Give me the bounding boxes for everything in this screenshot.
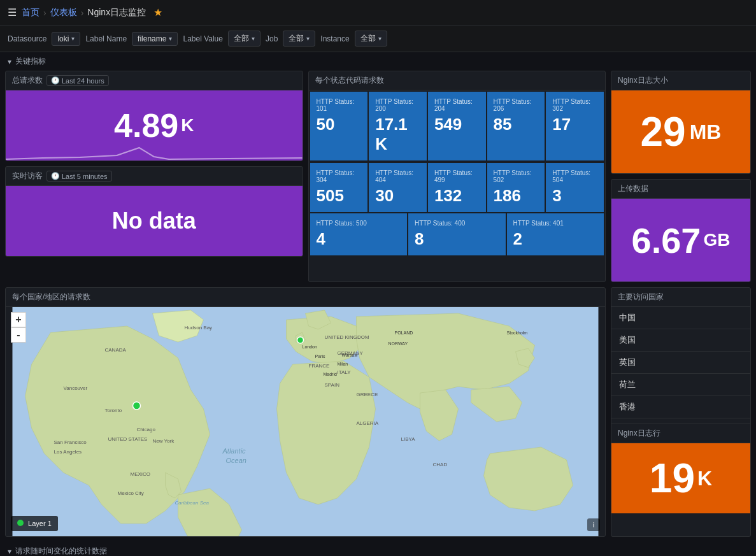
country-item-china[interactable]: 中国 xyxy=(611,307,750,329)
map-container[interactable]: Vancouver Toronto Chicago New York San F… xyxy=(6,307,605,536)
labelvalue-chevron-icon: ▾ xyxy=(252,35,255,42)
breadcrumb-home[interactable]: 首页 xyxy=(22,7,39,18)
map-label-us: UNITED STATES xyxy=(108,436,148,442)
status-codes-grid-row1: HTTP Status: 101 50 HTTP Status: 200 17.… xyxy=(309,90,606,162)
realtime-visitors-time-badge: 🕐 Last 5 minutes xyxy=(46,171,112,182)
map-label-ocean: Ocean xyxy=(226,457,246,464)
breadcrumb-sep-2: › xyxy=(81,8,84,18)
datasource-chevron-icon: ▾ xyxy=(71,35,75,42)
realtime-visitors-panel: 实时访客 🕐 Last 5 minutes No data xyxy=(5,166,303,257)
nginx-log-lines-value: 19 K xyxy=(611,443,750,513)
nginx-log-lines-title: Nginx日志行 xyxy=(611,424,750,443)
labelvalue-label: Label Value xyxy=(183,34,223,43)
map-zoom-controls: + - xyxy=(11,312,26,343)
labelvalue-select[interactable]: 全部 ▾ xyxy=(228,31,260,46)
total-requests-time-badge: 🕐 Last 24 hours xyxy=(46,75,109,86)
nginx-log-size-unit: MB xyxy=(690,120,722,144)
country-item-us[interactable]: 美国 xyxy=(611,329,750,352)
right-col: Nginx日志大小 29 MB 上传数据 6.67 GB xyxy=(611,71,751,282)
map-label-spain: SPAIN xyxy=(325,382,340,388)
key-metrics-section-header[interactable]: ▾ 关键指标 xyxy=(0,52,756,71)
no-data-content: No data xyxy=(6,186,303,256)
zoom-in-button[interactable]: + xyxy=(11,312,26,327)
upload-data-unit: GB xyxy=(704,230,731,250)
map-legend: Layer 1 xyxy=(11,516,58,531)
datasource-select[interactable]: loki ▾ xyxy=(52,32,80,46)
map-label-la: Los Angeles xyxy=(54,449,82,455)
left-col: 总请求数 🕐 Last 24 hours 4.89 K 实时访客 🕐 xyxy=(5,71,303,282)
map-label-vancouver: Vancouver xyxy=(64,385,88,391)
instance-label: Instance xyxy=(320,34,349,43)
map-label-italy: ITALY xyxy=(338,369,352,375)
nginx-log-lines-unit: K xyxy=(697,467,712,490)
status-cell-12[interactable]: HTTP Status: 401 2 xyxy=(507,213,604,255)
breadcrumb-dashboard[interactable]: 仪表板 xyxy=(50,7,77,18)
key-metrics-label: 关键指标 xyxy=(15,56,46,67)
map-label-atlantic: Atlantic xyxy=(222,447,246,455)
countries-title: 主要访问国家 xyxy=(611,288,750,307)
legend-label: Layer 1 xyxy=(28,520,52,527)
status-cell-1[interactable]: HTTP Status: 200 17.1 K xyxy=(369,92,427,160)
instance-select[interactable]: 全部 ▾ xyxy=(355,31,387,46)
map-label-paris: Paris xyxy=(315,354,325,359)
collapse-icon-2: ▾ xyxy=(8,547,11,556)
top-nav: ☰ 首页 › 仪表板 › Nginx日志监控 ★ xyxy=(0,0,756,25)
status-cell-7[interactable]: HTTP Status: 499 132 xyxy=(428,163,486,212)
status-cell-8[interactable]: HTTP Status: 502 186 xyxy=(487,163,545,212)
labelname-select[interactable]: filename ▾ xyxy=(132,32,178,46)
map-label-chad: CHAD xyxy=(433,462,448,467)
map-label-sf: San Francisco xyxy=(54,439,87,445)
breadcrumb-sep-1: › xyxy=(43,8,46,18)
status-cell-4[interactable]: HTTP Status: 302 17 xyxy=(546,92,604,160)
country-item-hk[interactable]: 香港 xyxy=(611,396,750,418)
countries-panel: 主要访问国家 中国 美国 英国 荷兰 香港 Nginx日志行 19 K xyxy=(611,287,751,537)
map-label-caribbean: Caribbean Sea xyxy=(175,500,210,506)
map-label-poland: POLAND xyxy=(395,331,413,335)
map-row: 每个国家/地区的请求数 xyxy=(0,287,756,542)
instance-chevron-icon: ▾ xyxy=(378,35,382,42)
map-label-france: FRANCE xyxy=(309,363,330,369)
map-label-greece: GREECE xyxy=(357,392,378,397)
map-label-milan: Milan xyxy=(338,362,348,366)
map-label-london: London xyxy=(303,345,317,349)
favorite-star-icon[interactable]: ★ xyxy=(153,6,162,18)
total-requests-panel: 总请求数 🕐 Last 24 hours 4.89 K xyxy=(5,71,303,161)
total-requests-unit: K xyxy=(181,115,194,136)
status-cell-9[interactable]: HTTP Status: 504 3 xyxy=(546,163,604,212)
status-cell-0[interactable]: HTTP Status: 101 50 xyxy=(310,92,368,160)
status-cell-10[interactable]: HTTP Status: 500 4 xyxy=(310,213,408,255)
map-label-mexicocity: Mexico City xyxy=(118,490,144,496)
nginx-log-size-title: Nginx日志大小 xyxy=(611,71,750,90)
upload-data-panel: 上传数据 6.67 GB xyxy=(611,179,751,282)
status-cell-2[interactable]: HTTP Status: 204 549 xyxy=(428,92,486,160)
job-chevron-icon: ▾ xyxy=(306,35,310,42)
status-cell-5[interactable]: HTTP Status: 304 505 xyxy=(310,163,368,212)
request-over-time-label: 请求随时间变化的统计数据 xyxy=(15,546,107,556)
zoom-out-button[interactable]: - xyxy=(11,327,26,343)
legend-dot-icon xyxy=(17,520,24,526)
job-select[interactable]: 全部 ▾ xyxy=(283,31,315,46)
status-codes-panel: 每个状态代码请求数 HTTP Status: 101 50 HTTP Statu… xyxy=(308,71,606,282)
map-info-button[interactable]: i xyxy=(587,518,600,531)
map-label-hudssonbay: Hudson Bay xyxy=(185,325,213,331)
map-label-warsaw: Warsaw xyxy=(342,353,359,357)
map-label-toronto: Toronto xyxy=(105,408,122,413)
status-cell-3[interactable]: HTTP Status: 206 85 xyxy=(487,92,545,160)
country-item-uk[interactable]: 英国 xyxy=(611,352,750,374)
world-map-svg: Vancouver Toronto Chicago New York San F… xyxy=(6,307,605,536)
status-cell-6[interactable]: HTTP Status: 404 30 xyxy=(369,163,427,212)
nginx-log-size-number: 29 xyxy=(641,108,686,155)
realtime-visitors-title: 实时访客 🕐 Last 5 minutes xyxy=(6,167,303,186)
map-label-madrid: Madrid xyxy=(324,372,338,376)
job-label: Job xyxy=(266,34,278,43)
map-label-uk2: UNITED KINGDOM xyxy=(325,334,370,340)
status-cell-11[interactable]: HTTP Status: 400 8 xyxy=(408,213,506,255)
bottom-section-header[interactable]: ▾ 请求随时间变化的统计数据 xyxy=(0,542,756,556)
upload-data-number: 6.67 xyxy=(632,220,701,261)
map-label-libya: LIBYA xyxy=(401,436,416,442)
map-title: 每个国家/地区的请求数 xyxy=(6,288,605,307)
map-label-algeria: ALGERIA xyxy=(357,420,379,426)
map-label-stockholm: Stockholm xyxy=(507,331,528,335)
country-item-nl[interactable]: 荷兰 xyxy=(611,374,750,396)
hamburger-icon[interactable]: ☰ xyxy=(8,6,17,18)
